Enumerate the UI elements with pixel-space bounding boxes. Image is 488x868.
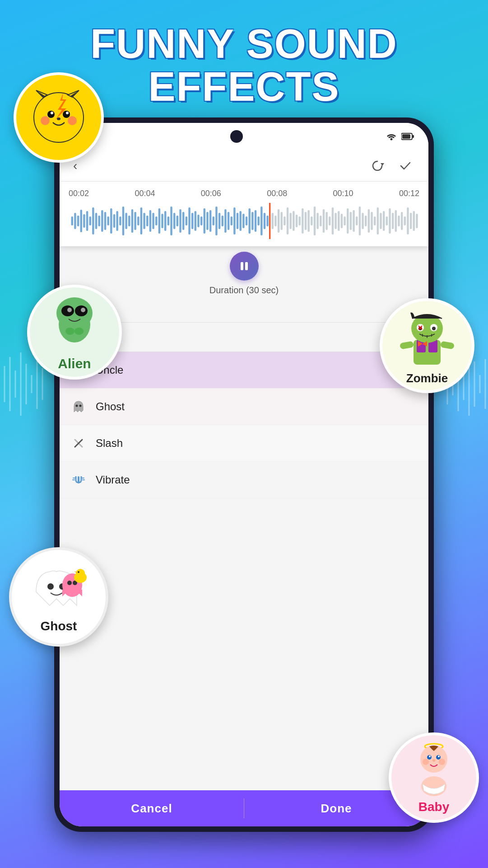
svg-rect-175 [305, 212, 307, 230]
svg-rect-163 [269, 203, 270, 239]
ghost-sticker-label: Ghost [41, 619, 77, 633]
svg-rect-112 [116, 211, 118, 231]
svg-rect-156 [248, 208, 250, 234]
svg-rect-202 [386, 216, 388, 225]
svg-rect-200 [380, 213, 381, 229]
svg-rect-111 [113, 214, 115, 228]
svg-rect-197 [371, 212, 372, 230]
svg-rect-214 [245, 262, 248, 270]
vibrate-label: Vibrate [96, 474, 130, 486]
svg-rect-171 [293, 211, 294, 231]
svg-rect-151 [233, 207, 235, 235]
svg-rect-154 [242, 214, 244, 228]
svg-rect-108 [104, 212, 106, 230]
svg-rect-98 [74, 213, 76, 229]
svg-rect-191 [353, 210, 354, 232]
svg-point-42 [68, 116, 77, 125]
svg-rect-210 [410, 213, 412, 229]
svg-rect-118 [134, 212, 136, 230]
svg-rect-137 [191, 213, 193, 229]
svg-rect-128 [164, 211, 166, 231]
ghost-label: Ghost [96, 400, 125, 413]
svg-rect-147 [222, 216, 223, 226]
svg-rect-189 [347, 208, 349, 234]
svg-rect-173 [298, 216, 300, 225]
svg-rect-129 [167, 216, 169, 225]
camera-notch [230, 130, 243, 143]
effect-item-slash[interactable]: Slash [60, 425, 428, 462]
svg-rect-130 [170, 206, 172, 235]
svg-rect-131 [173, 213, 175, 229]
sticker-zombie: Zombie [380, 298, 474, 393]
svg-rect-107 [101, 210, 103, 232]
effect-item-uncle[interactable]: Uncle [60, 352, 428, 389]
sticker-baby: Baby [389, 732, 479, 823]
svg-rect-140 [200, 216, 202, 225]
svg-point-49 [67, 308, 72, 312]
zombie-sticker-label: Zombie [406, 371, 448, 385]
svg-rect-134 [182, 212, 184, 230]
svg-rect-150 [231, 216, 232, 225]
svg-rect-133 [179, 209, 181, 233]
svg-rect-94 [412, 135, 414, 138]
svg-rect-141 [204, 208, 205, 234]
slash-label: Slash [96, 437, 123, 450]
svg-rect-100 [80, 210, 82, 232]
svg-point-77 [78, 571, 79, 573]
svg-rect-152 [237, 213, 238, 229]
svg-rect-113 [119, 216, 121, 225]
time-label-0: 00:02 [69, 189, 89, 198]
time-labels: 00:02 00:04 00:06 00:08 00:10 00:12 [60, 189, 428, 198]
cancel-button[interactable]: Cancel [60, 790, 244, 826]
effect-item-ghost[interactable]: Ghost [60, 389, 428, 425]
svg-rect-162 [266, 216, 268, 226]
svg-rect-136 [188, 207, 190, 235]
svg-rect-109 [107, 216, 109, 225]
svg-rect-160 [260, 206, 262, 235]
svg-point-37 [47, 111, 55, 118]
confirm-button[interactable] [396, 156, 415, 175]
svg-rect-165 [274, 216, 276, 226]
status-right-icons [386, 132, 415, 141]
back-button[interactable]: ‹ [73, 159, 77, 173]
svg-rect-195 [365, 216, 367, 226]
svg-rect-183 [329, 216, 330, 225]
svg-rect-206 [398, 216, 400, 226]
effect-item-vibrate[interactable]: Vibrate [60, 462, 428, 498]
svg-marker-96 [381, 163, 384, 166]
phone-frame: ‹ 00:02 00:04 00:06 [54, 117, 434, 832]
svg-rect-148 [224, 209, 226, 233]
svg-rect-208 [404, 216, 406, 225]
svg-rect-174 [302, 208, 303, 234]
svg-marker-33 [36, 90, 47, 97]
reset-button[interactable] [368, 156, 387, 175]
sticker-ghost: Ghost [9, 547, 108, 647]
svg-rect-182 [325, 212, 327, 230]
pause-button[interactable] [230, 252, 259, 281]
svg-rect-185 [335, 213, 336, 229]
svg-rect-157 [251, 212, 253, 230]
svg-rect-139 [197, 215, 199, 227]
svg-rect-119 [137, 216, 139, 225]
effects-title: ects [69, 299, 419, 323]
svg-point-76 [76, 569, 85, 577]
time-label-5: 00:12 [399, 189, 419, 198]
svg-rect-145 [215, 206, 217, 235]
svg-rect-213 [241, 262, 243, 270]
sticker-pikachu [14, 72, 104, 163]
svg-point-84 [423, 759, 429, 765]
svg-rect-142 [206, 212, 208, 230]
svg-rect-166 [278, 209, 279, 233]
time-label-3: 00:08 [267, 189, 287, 198]
svg-rect-177 [311, 216, 312, 225]
waveform[interactable] [60, 203, 428, 239]
svg-point-41 [41, 116, 50, 125]
phone-screen: ‹ 00:02 00:04 00:06 [60, 123, 428, 826]
svg-rect-103 [89, 216, 91, 225]
svg-rect-188 [344, 216, 345, 225]
svg-rect-169 [287, 207, 288, 235]
time-label-1: 00:04 [135, 189, 155, 198]
svg-rect-172 [296, 215, 297, 227]
top-actions [368, 156, 415, 175]
svg-rect-181 [323, 209, 325, 233]
